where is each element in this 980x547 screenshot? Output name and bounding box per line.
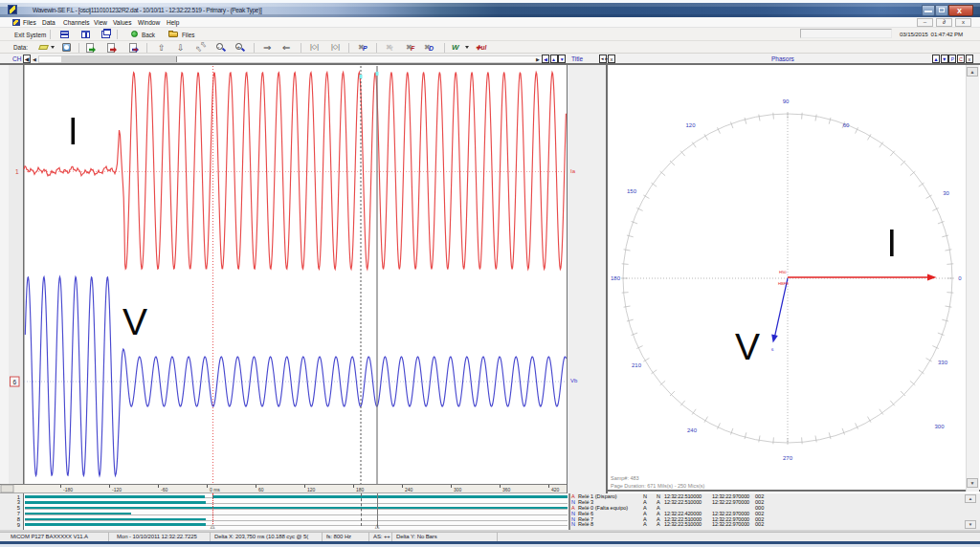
svg-text:V: V: [122, 301, 147, 342]
svg-text:HBF8: HBF8: [778, 281, 789, 286]
svg-text:-180: -180: [63, 487, 73, 492]
svg-text:270: 270: [783, 455, 793, 461]
svg-text:300: 300: [454, 487, 462, 492]
svg-text:120: 120: [307, 487, 316, 492]
svg-text:360: 360: [502, 487, 511, 492]
svg-text:H50: H50: [779, 270, 787, 274]
svg-text:-60: -60: [161, 487, 167, 492]
svg-text:30: 30: [943, 190, 949, 196]
svg-text:300: 300: [934, 424, 945, 429]
svg-text:60: 60: [258, 487, 264, 492]
svg-text:0 ms: 0 ms: [210, 487, 220, 492]
svg-text:6: 6: [13, 379, 17, 385]
svg-text:420: 420: [551, 487, 560, 492]
svg-text:240: 240: [405, 487, 413, 492]
svg-text:V: V: [735, 326, 760, 367]
svg-text:180: 180: [356, 487, 365, 492]
svg-text:Page Duration: 671 Mils(s) - 2: Page Duration: 671 Mils(s) - 250 Mics(s): [611, 483, 705, 489]
svg-text:-120: -120: [112, 487, 122, 492]
svg-text:330: 330: [938, 360, 948, 365]
svg-text:240: 240: [687, 427, 698, 433]
svg-text:60: 60: [843, 122, 850, 128]
svg-text:180: 180: [611, 275, 621, 281]
svg-text:120: 120: [685, 122, 696, 128]
svg-text:210: 210: [632, 362, 642, 368]
svg-text:90: 90: [783, 98, 790, 104]
svg-text:1: 1: [15, 168, 19, 175]
svg-text:Samp#: 483: Samp#: 483: [611, 475, 639, 481]
svg-text:150: 150: [627, 188, 637, 194]
